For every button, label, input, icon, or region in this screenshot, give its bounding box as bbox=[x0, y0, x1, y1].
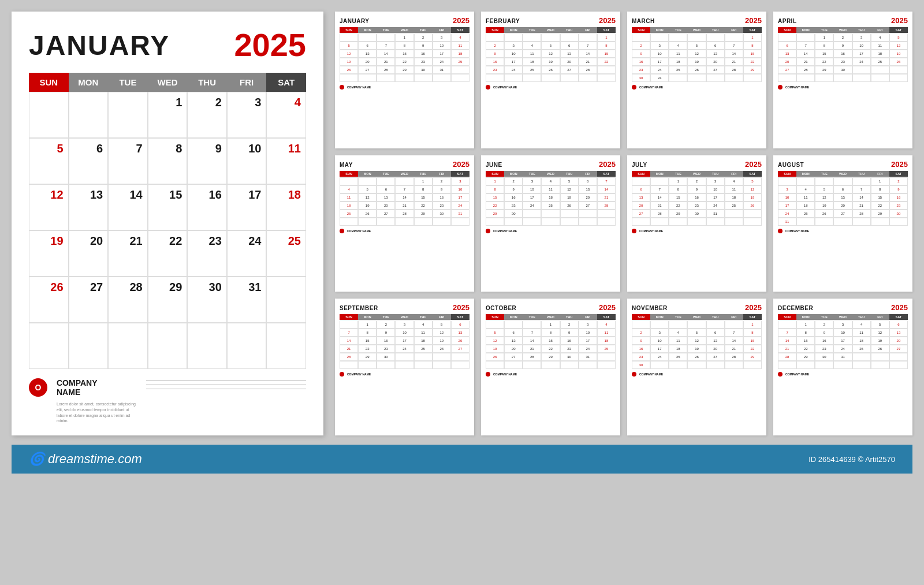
small-day-cell: 12 bbox=[541, 50, 560, 58]
small-week: 2728293031 bbox=[632, 210, 762, 218]
small-day-cell: 29 bbox=[743, 66, 762, 74]
small-day-cell bbox=[669, 33, 687, 42]
small-cal-month: JANUARY bbox=[340, 18, 369, 24]
small-week: 25262728293031 bbox=[340, 210, 470, 218]
small-day-cell bbox=[523, 33, 541, 42]
footer-line-2 bbox=[146, 385, 306, 385]
small-day-cell: 18 bbox=[796, 202, 815, 210]
large-day-cell: 20 bbox=[69, 230, 109, 277]
small-day-cell: 4 bbox=[340, 185, 358, 193]
small-day-cell: 3 bbox=[395, 321, 413, 329]
small-cal-year: 2025 bbox=[745, 160, 762, 169]
small-company-dot bbox=[340, 372, 344, 377]
small-day-hdr: WED bbox=[687, 314, 706, 320]
small-weeks: 1234567891011121314151617181920212223242… bbox=[340, 321, 470, 369]
small-day-cell bbox=[395, 218, 413, 226]
large-day-cell: 19 bbox=[29, 230, 69, 277]
small-day-cell bbox=[597, 353, 616, 361]
large-day-cell bbox=[227, 323, 267, 369]
large-day-cell: 25 bbox=[266, 230, 306, 277]
small-day-cell: 14 bbox=[597, 185, 616, 193]
small-cal-year: 2025 bbox=[891, 16, 908, 25]
small-day-hdr: SUN bbox=[778, 171, 796, 177]
large-day-cell: 5 bbox=[29, 138, 69, 184]
large-day-cell bbox=[266, 277, 306, 323]
small-day-hdr: SAT bbox=[597, 27, 616, 33]
small-day-cell bbox=[433, 74, 451, 82]
small-day-cell bbox=[451, 74, 470, 82]
small-day-cell bbox=[340, 33, 358, 42]
small-day-cell: 16 bbox=[560, 337, 579, 345]
small-day-cell: 5 bbox=[560, 177, 579, 185]
small-day-cell bbox=[725, 218, 743, 226]
small-day-cell: 9 bbox=[632, 50, 650, 58]
small-day-cell: 8 bbox=[669, 185, 687, 193]
small-day-cell: 18 bbox=[871, 50, 889, 58]
small-day-headers: SUNMONTUEWEDTHUFRISAT bbox=[778, 27, 908, 33]
small-day-cell bbox=[395, 74, 413, 82]
small-day-cell bbox=[669, 361, 687, 369]
small-day-cell: 5 bbox=[687, 42, 706, 50]
small-cal-month: JUNE bbox=[486, 162, 502, 168]
small-day-cell bbox=[597, 66, 616, 74]
small-day-cell bbox=[433, 218, 451, 226]
small-day-cell bbox=[687, 74, 706, 82]
small-day-cell bbox=[541, 33, 560, 42]
small-day-cell: 30 bbox=[433, 210, 451, 218]
small-day-cell bbox=[778, 321, 796, 329]
small-day-cell: 29 bbox=[541, 353, 560, 361]
small-cal-month: AUGUST bbox=[778, 162, 804, 168]
small-day-cell: 13 bbox=[377, 193, 395, 202]
small-day-cell bbox=[504, 218, 523, 226]
small-day-headers: SUNMONTUEWEDTHUFRISAT bbox=[778, 314, 908, 320]
small-day-cell: 16 bbox=[486, 58, 504, 66]
small-day-cell bbox=[852, 361, 871, 369]
small-day-cell: 14 bbox=[725, 337, 743, 345]
small-day-hdr: THU bbox=[414, 171, 433, 177]
small-day-cell: 25 bbox=[414, 345, 433, 353]
small-day-cell bbox=[504, 361, 523, 369]
small-week: 123456 bbox=[340, 321, 470, 329]
small-cal-header: MAY2025 bbox=[340, 160, 470, 169]
small-day-cell: 15 bbox=[597, 50, 616, 58]
small-day-cell bbox=[650, 218, 669, 226]
small-day-cell bbox=[486, 321, 504, 329]
small-day-cell: 28 bbox=[778, 353, 796, 361]
large-week-3: 19202122232425 bbox=[29, 230, 306, 277]
small-day-cell: 24 bbox=[395, 345, 413, 353]
small-day-headers: SUNMONTUEWEDTHUFRISAT bbox=[778, 171, 908, 177]
small-day-cell: 6 bbox=[706, 42, 725, 50]
footer-line-1 bbox=[146, 381, 306, 381]
small-day-hdr: MON bbox=[796, 27, 815, 33]
small-day-cell: 23 bbox=[632, 66, 650, 74]
small-day-cell: 8 bbox=[597, 42, 616, 50]
small-day-cell: 11 bbox=[725, 185, 743, 193]
large-day-cell: 18 bbox=[266, 184, 306, 230]
small-day-cell: 27 bbox=[889, 345, 908, 353]
small-day-headers: SUNMONTUEWEDTHUFRISAT bbox=[486, 171, 616, 177]
small-calendar-april: APRIL2025SUNMONTUEWEDTHUFRISAT1234567891… bbox=[773, 12, 912, 148]
small-day-cell: 30 bbox=[687, 210, 706, 218]
small-day-cell bbox=[414, 218, 433, 226]
small-cal-footer: COMPANY NAME bbox=[632, 372, 762, 377]
small-day-cell bbox=[541, 210, 560, 218]
small-day-cell: 17 bbox=[852, 50, 871, 58]
small-day-cell: 2 bbox=[687, 177, 706, 185]
large-day-cell: 16 bbox=[187, 184, 227, 230]
small-day-cell: 20 bbox=[706, 58, 725, 66]
small-day-cell bbox=[560, 218, 579, 226]
small-cal-month: FEBRUARY bbox=[486, 18, 520, 24]
small-day-cell: 9 bbox=[687, 185, 706, 193]
small-cal-year: 2025 bbox=[745, 303, 762, 312]
small-cal-footer: COMPANY NAME bbox=[486, 372, 616, 377]
small-day-cell: 21 bbox=[796, 58, 815, 66]
large-day-headers: SUN MON TUE WED THU FRI SAT bbox=[29, 73, 306, 92]
small-week bbox=[486, 361, 616, 369]
small-day-cell: 14 bbox=[778, 337, 796, 345]
small-company-dot bbox=[340, 85, 344, 90]
small-weeks: 1234567891011121314151617181920212223242… bbox=[486, 321, 616, 369]
large-day-cell: 10 bbox=[227, 138, 267, 184]
small-day-cell: 23 bbox=[504, 202, 523, 210]
small-cal-month: MAY bbox=[340, 162, 353, 168]
small-day-hdr: MON bbox=[796, 314, 815, 320]
